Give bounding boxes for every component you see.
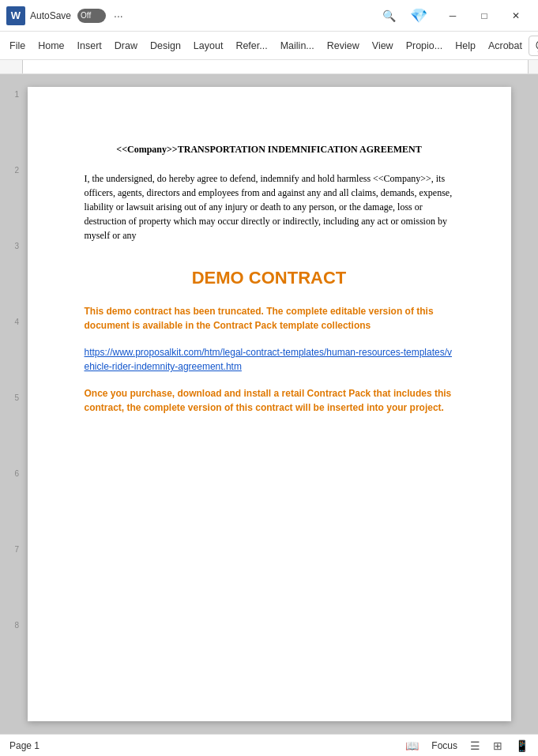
menu-insert[interactable]: Insert [71,36,108,56]
menu-acrobat[interactable]: Acrobat [482,36,529,56]
chat-icon-button[interactable]: 💬 [529,36,538,56]
focus-label[interactable]: Focus [431,740,457,751]
menu-draw[interactable]: Draw [108,36,144,56]
menu-help[interactable]: Help [449,36,482,56]
menu-bar: File Home Insert Draw Design Layout Refe… [0,32,538,60]
more-options-icon[interactable]: ··· [114,9,123,22]
menu-mailings[interactable]: Mailin... [274,36,321,56]
mobile-icon[interactable]: 📱 [515,739,529,752]
document-title: <<Company>>TRANSPORTATION INDEMNIFICATIO… [85,144,454,156]
close-button[interactable]: ✕ [500,3,532,28]
toggle-off-label: Off [81,11,91,20]
page-number: Page 1 [9,740,40,751]
menu-view[interactable]: View [366,36,400,56]
menu-home[interactable]: Home [32,36,70,56]
search-icon[interactable]: 🔍 [377,5,401,27]
margin-numbers: 1 2 3 4 5 6 7 8 [0,87,22,694]
word-logo: W [6,6,25,25]
autosave-toggle[interactable]: Off [77,9,106,23]
ruler [0,60,538,74]
menu-file[interactable]: File [3,36,32,56]
document-body: I, the undersigned, do hereby agree to d… [85,171,454,243]
menu-references[interactable]: Refer... [229,36,273,56]
window-controls: ─ □ ✕ [437,3,532,28]
document-page: <<Company>>TRANSPORTATION INDEMNIFICATIO… [28,87,511,721]
menu-design[interactable]: Design [144,36,187,56]
demo-contract-title: DEMO CONTRACT [85,268,454,288]
title-bar: W AutoSave Off ··· 🔍 💎 ─ □ ✕ [0,0,538,32]
view-icon[interactable]: ⊞ [493,739,502,752]
copilot-icon[interactable]: 💎 [405,7,432,24]
demo-truncated-notice: This demo contract has been truncated. T… [85,304,454,333]
demo-link[interactable]: https://www.proposalkit.com/htm/legal-co… [85,345,454,374]
restore-button[interactable]: □ [468,3,500,28]
layout-icon[interactable]: ☰ [470,739,480,752]
autosave-label: AutoSave [30,10,71,21]
status-bar: Page 1 📖 Focus ☰ ⊞ 📱 [0,734,538,756]
book-icon: 📖 [405,739,419,752]
document-area: 1 2 3 4 5 6 7 8 <<Company>>TRANSPORTATIO… [0,74,538,734]
menu-propio[interactable]: Propio... [400,36,450,56]
minimize-button[interactable]: ─ [437,3,468,28]
demo-purchase-text: Once you purchase, download and install … [85,386,454,415]
menu-review[interactable]: Review [321,36,366,56]
menu-layout[interactable]: Layout [187,36,230,56]
